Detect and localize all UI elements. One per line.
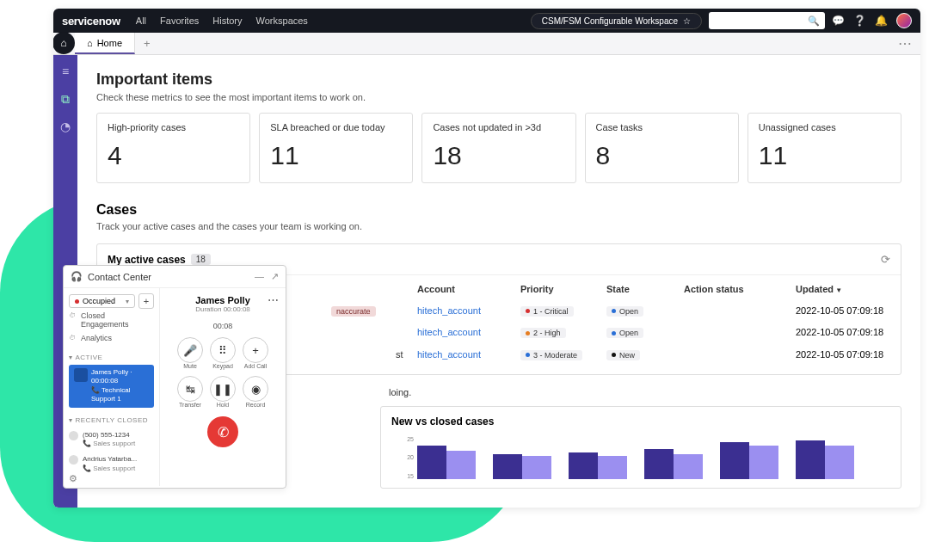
section-recent: ▾RECENTLY CLOSED xyxy=(69,416,154,424)
bar-group xyxy=(569,452,627,479)
metric-sla[interactable]: SLA breached or due today 11 xyxy=(259,113,413,183)
search-icon[interactable]: 🔍 xyxy=(808,15,820,27)
chat-icon[interactable]: 💬 xyxy=(832,15,845,27)
metric-label: Cases not updated in >3d xyxy=(433,122,564,132)
nav-all[interactable]: All xyxy=(136,15,146,26)
metric-unassigned[interactable]: Unassigned cases 11 xyxy=(748,113,901,183)
cc-left-column: Occupied ▾ + Closed Engagements Analytic… xyxy=(64,288,160,486)
tab-more-icon[interactable]: ⋯ xyxy=(889,33,920,54)
home-icon: ⌂ xyxy=(87,38,93,48)
metric-label: Unassigned cases xyxy=(759,122,890,132)
recent-item[interactable]: Andrius Yatarba... 📞 Sales support xyxy=(69,452,154,477)
transfer-button[interactable]: ↹ xyxy=(177,376,203,402)
account-link[interactable]: hitech_account xyxy=(417,327,520,337)
mute-button[interactable]: 🎤 xyxy=(177,337,203,363)
status-dropdown[interactable]: Occupied ▾ xyxy=(69,294,135,308)
mute-label: Mute xyxy=(177,363,203,369)
metric-label: Case tasks xyxy=(596,122,728,132)
metric-tasks[interactable]: Case tasks 8 xyxy=(585,113,739,183)
record-button[interactable]: ◉ xyxy=(243,376,268,402)
metric-stale[interactable]: Cases not updated in >3d 18 xyxy=(421,113,575,183)
metric-label: High-priority cases xyxy=(108,122,239,132)
bar-group xyxy=(493,454,551,479)
tab-bar: ⌂ ⌂ Home + ⋯ xyxy=(53,33,920,55)
row-left-tag: naccurate xyxy=(331,306,376,317)
col-updated[interactable]: Updated xyxy=(796,284,920,294)
caller-name: James Polly xyxy=(195,295,250,305)
tab-home[interactable]: ⌂ Home xyxy=(75,33,135,54)
metric-label: SLA breached or due today xyxy=(270,122,402,132)
workspace-pill[interactable]: CSM/FSM Configurable Workspace ☆ xyxy=(531,13,702,29)
add-call-button[interactable]: + xyxy=(243,337,268,363)
transfer-label: Transfer xyxy=(177,402,203,408)
search-input[interactable] xyxy=(714,16,808,26)
brand-logo: servicenow xyxy=(62,15,120,28)
nav-workspaces[interactable]: Workspaces xyxy=(256,15,308,26)
add-engagement-button[interactable]: + xyxy=(138,293,154,309)
status-label: Occupied xyxy=(83,297,115,305)
home-bubble-icon[interactable]: ⌂ xyxy=(53,32,75,54)
cc-more-icon[interactable]: ⋯ xyxy=(268,293,279,306)
bar-new xyxy=(644,449,674,479)
refresh-icon[interactable]: ⟳ xyxy=(881,253,890,266)
dot-icon xyxy=(612,309,616,313)
tab-home-label: Home xyxy=(97,38,122,48)
bar-group xyxy=(644,449,703,479)
dot-icon xyxy=(526,353,530,357)
closed-engagements-link[interactable]: Closed Engagements xyxy=(69,309,154,331)
metric-row: High-priority cases 4 SLA breached or du… xyxy=(96,113,901,183)
updated-value: 2022-10-05 07:09:18 xyxy=(796,327,920,337)
end-call-button[interactable]: ✆ xyxy=(207,416,238,447)
chart-title: New vs closed cases xyxy=(391,415,890,428)
metric-value: 18 xyxy=(433,141,564,170)
tab-add[interactable]: + xyxy=(135,33,159,54)
section-active: ▾ACTIVE xyxy=(69,354,154,361)
col-state[interactable]: State xyxy=(606,284,684,294)
bar-group xyxy=(720,442,778,478)
metric-value: 11 xyxy=(759,141,890,170)
analytics-link[interactable]: Analytics xyxy=(69,331,154,345)
col-priority[interactable]: Priority xyxy=(520,284,606,294)
active-call-card[interactable]: James Polly · 00:00:08 📞 Technical Suppo… xyxy=(69,365,154,408)
row-left-text: st xyxy=(396,349,417,360)
priority-pill: 1 - Critical xyxy=(520,306,574,317)
recent-item[interactable]: (500) 555-1234 📞 Sales support xyxy=(69,428,154,452)
nav-history[interactable]: History xyxy=(212,15,242,26)
contact-center-panel: 🎧 Contact Center — ↗ Occupied ▾ + Closed… xyxy=(63,265,286,489)
call-timer: 00:08 xyxy=(213,322,233,330)
cc-header: 🎧 Contact Center — ↗ xyxy=(64,266,286,288)
col-action-status[interactable]: Action status xyxy=(684,284,796,294)
bar-closed xyxy=(825,446,854,478)
keypad-button[interactable]: ⠿ xyxy=(210,337,236,363)
cc-title: Contact Center xyxy=(88,272,151,282)
caller-header: James Polly Duration 00:00:08 xyxy=(195,295,250,313)
rail-list-icon[interactable]: ⧉ xyxy=(58,91,73,107)
metric-high-priority[interactable]: High-priority cases 4 xyxy=(96,113,250,183)
keypad-label: Keypad xyxy=(210,363,236,369)
account-link[interactable]: hitech_account xyxy=(417,349,520,360)
bar-group xyxy=(796,440,854,478)
state-pill: Open xyxy=(606,328,643,338)
state-pill: Open xyxy=(606,306,643,317)
hold-button[interactable]: ❚❚ xyxy=(210,376,236,402)
star-icon[interactable]: ☆ xyxy=(683,16,691,26)
rail-clock-icon[interactable]: ◔ xyxy=(58,119,73,134)
caller-duration: Duration 00:00:08 xyxy=(195,305,250,313)
help-icon[interactable]: ❔ xyxy=(853,15,866,27)
hold-label: Hold xyxy=(210,402,236,408)
global-search[interactable]: 🔍 xyxy=(709,12,825,29)
chart-area: 25 20 15 xyxy=(391,436,890,479)
bar-closed xyxy=(674,454,703,479)
chart-new-vs-closed: New vs closed cases 25 20 15 xyxy=(380,406,901,489)
account-link[interactable]: hitech_account xyxy=(417,305,520,316)
nav-favorites[interactable]: Favorites xyxy=(160,15,199,26)
bar-closed xyxy=(522,456,551,479)
gear-icon[interactable]: ⚙ xyxy=(69,473,77,484)
col-account[interactable]: Account xyxy=(417,284,520,294)
caller-avatar-icon xyxy=(74,368,88,382)
popout-icon[interactable]: ↗ xyxy=(271,271,279,282)
rail-menu-icon[interactable]: ≡ xyxy=(58,64,73,79)
avatar[interactable] xyxy=(896,13,912,28)
notifications-icon[interactable]: 🔔 xyxy=(875,15,888,27)
minimize-icon[interactable]: — xyxy=(255,271,264,282)
